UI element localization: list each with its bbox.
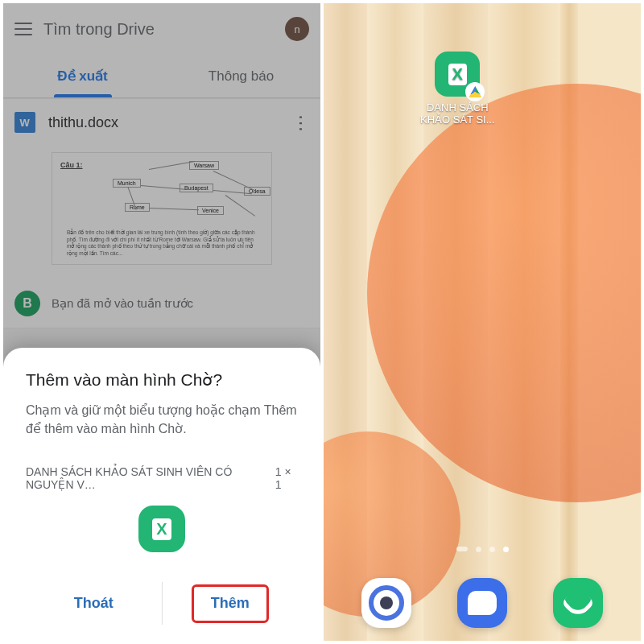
shortcut-icon-preview[interactable]: X <box>138 506 185 552</box>
user-avatar-b: B <box>14 291 40 316</box>
sheet-title: Thêm vào màn hình Chờ? <box>26 370 298 390</box>
shortcut-excel-icon: X <box>435 52 480 97</box>
drive-tabs: Đề xuất Thông báo <box>3 55 320 98</box>
opened-row: B Bạn đã mở vào tuần trước <box>3 279 320 328</box>
drive-topbar: Tìm trong Drive n <box>3 3 320 55</box>
graph-node: Venice <box>197 206 224 215</box>
menu-icon[interactable] <box>14 23 32 35</box>
add-button[interactable]: Thêm <box>163 582 299 625</box>
cancel-button[interactable]: Thoát <box>26 582 162 625</box>
more-icon[interactable]: ⋯ <box>291 114 312 131</box>
home-shortcut[interactable]: X DANH SÁCH KHẢO SÁT SI... <box>420 52 495 126</box>
sheet-file-label: DANH SÁCH KHẢO SÁT SINH VIÊN CÓ NGUYỆN V… <box>26 465 275 491</box>
page-indicator <box>324 547 641 552</box>
add-to-home-sheet: Thêm vào màn hình Chờ? Chạm và giữ một b… <box>3 348 320 641</box>
graph-node: Rome <box>125 203 150 212</box>
tab-notifications[interactable]: Thông báo <box>162 55 320 97</box>
shortcut-label-line1: DANH SÁCH <box>420 101 495 114</box>
account-avatar[interactable]: n <box>285 17 309 41</box>
word-file-icon: W <box>14 112 35 133</box>
sheet-size-hint: 1 × 1 <box>275 465 298 491</box>
file-row[interactable]: W thithu.docx ⋯ <box>3 98 320 141</box>
opened-text: Bạn đã mở vào tuần trước <box>52 296 193 311</box>
sheet-description: Chạm và giữ một biểu tượng hoặc chạm Thê… <box>26 401 298 438</box>
graph-node: Warsaw <box>189 161 219 170</box>
shortcut-label-line2: KHẢO SÁT SI... <box>420 114 495 126</box>
tab-suggested[interactable]: Đề xuất <box>3 55 162 97</box>
search-input[interactable]: Tìm trong Drive <box>43 20 274 39</box>
dock-phone-icon[interactable] <box>553 578 603 628</box>
file-name: thithu.docx <box>48 114 279 131</box>
dock <box>324 578 641 628</box>
dock-messages-icon[interactable] <box>457 578 507 628</box>
graph-node: Munich <box>113 179 141 188</box>
graph-node: Budapest <box>180 184 213 192</box>
drive-badge-icon <box>465 82 485 101</box>
preview-paragraph: Bản đồ trên cho biết thời gian lái xe tr… <box>67 229 257 258</box>
dock-browser-icon[interactable] <box>361 578 411 628</box>
file-preview[interactable]: Câu 1: Warsaw Munich Budapest Odesa Rome… <box>3 141 320 279</box>
red-highlight-box <box>192 584 269 623</box>
